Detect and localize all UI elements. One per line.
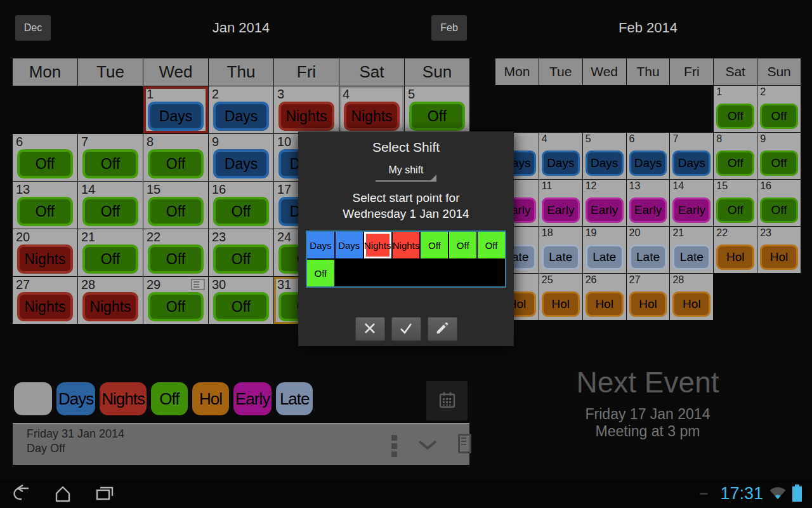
- pattern-chip-days[interactable]: Days: [307, 232, 334, 258]
- day-number: 15: [147, 182, 160, 197]
- calendar-cell-day-14[interactable]: 14Off: [78, 182, 143, 229]
- day-number: 21: [672, 227, 684, 239]
- dialog-buttons: [298, 317, 514, 341]
- calendar-cell-day-3[interactable]: 3Nights: [274, 86, 339, 133]
- legend-chip-hol[interactable]: Hol: [192, 382, 229, 415]
- shift-chip-off: Off: [760, 197, 798, 223]
- day-number: 8: [716, 133, 722, 145]
- shift-chip-nights: Nights: [278, 102, 334, 131]
- pattern-chip-nights[interactable]: Nights: [364, 232, 391, 258]
- calendar-cell-day-25[interactable]: 25Hol: [539, 274, 582, 320]
- calendar-cell-day-15[interactable]: 15Off: [714, 180, 757, 226]
- shift-chip-off: Off: [82, 197, 138, 226]
- next-month-button[interactable]: Feb: [431, 15, 467, 41]
- legend-chip-off[interactable]: Off: [151, 382, 188, 415]
- calendar-cell-day-15[interactable]: 15Off: [143, 182, 208, 229]
- calendar-cell-day-16[interactable]: 16Off: [209, 182, 273, 229]
- jan-month-title: Jan 2014: [13, 20, 469, 36]
- calendar-cell-day-20[interactable]: 20Late: [627, 227, 670, 273]
- calendar-cell-day-4[interactable]: 4Days: [539, 133, 582, 179]
- calendar-cell-day-1[interactable]: 1Off: [714, 86, 757, 132]
- legend-chip-blank[interactable]: [14, 382, 52, 415]
- day-number: 8: [147, 135, 154, 149]
- calendar-cell-day-2[interactable]: 2Off: [757, 86, 801, 132]
- calendar-cell-day-23[interactable]: 23Off: [209, 229, 273, 276]
- calendar-cell-day-7[interactable]: 7Off: [78, 134, 143, 181]
- day-number: 23: [212, 230, 226, 244]
- cancel-button[interactable]: [355, 317, 385, 341]
- home-icon[interactable]: [52, 479, 74, 508]
- confirm-button[interactable]: [391, 317, 421, 341]
- calendar-cell-day-11[interactable]: 11Early: [539, 180, 582, 226]
- pattern-chip-nights[interactable]: Nights: [393, 232, 420, 258]
- day-number: 3: [277, 87, 284, 102]
- legend-chip-nights[interactable]: Nights: [100, 382, 147, 415]
- calendar-cell-day-20[interactable]: 20Nights: [13, 229, 77, 276]
- calendar-cell-day-30[interactable]: 30Off: [209, 277, 273, 324]
- shift-chip-late: Late: [672, 244, 710, 270]
- calendar-cell-day-21[interactable]: 21Late: [670, 227, 713, 273]
- shift-pattern-spinner[interactable]: My shift: [376, 163, 436, 182]
- shift-chip-off: Off: [213, 244, 269, 274]
- pattern-chip-off[interactable]: Off: [478, 232, 505, 258]
- edit-button[interactable]: [428, 317, 457, 341]
- calendar-cell-day-19[interactable]: 19Late: [583, 227, 626, 273]
- calendar-cell-day-13[interactable]: 13Off: [13, 182, 77, 229]
- calendar-cell-day-9[interactable]: 9Days: [209, 134, 273, 181]
- calendar-cell-day-21[interactable]: 21Off: [78, 229, 143, 276]
- chevron-down-icon[interactable]: [417, 439, 438, 453]
- shift-chip-hol: Hol: [672, 291, 710, 317]
- selected-day-event-bar[interactable]: Friday 31 Jan 2014 Day Off: [13, 423, 469, 465]
- calendar-cell-day-28[interactable]: 28Hol: [670, 274, 713, 320]
- calendar-cell-day-16[interactable]: 16Off: [757, 180, 801, 226]
- day-number: 22: [716, 227, 728, 239]
- calendar-cell-day-1[interactable]: 1Days: [143, 86, 208, 133]
- pattern-chip-off[interactable]: Off: [421, 232, 448, 258]
- calendar-cell-day-9[interactable]: 9Off: [757, 133, 801, 179]
- calendar-cell-day-28[interactable]: 28Nights: [78, 277, 143, 324]
- calendar-cell-day-23[interactable]: 23Hol: [757, 227, 801, 273]
- calendar-cell-day-27[interactable]: 27Hol: [627, 274, 670, 320]
- calendar-cell-day-4[interactable]: 4Nights: [339, 86, 404, 133]
- calendar-cell-day-8[interactable]: 8Off: [143, 134, 208, 181]
- calendar-cell-day-22[interactable]: 22Off: [143, 229, 208, 276]
- legend-chip-late[interactable]: Late: [276, 382, 313, 415]
- shift-chip-off: Off: [148, 244, 204, 274]
- back-icon[interactable]: [11, 479, 33, 508]
- next-event-panel: Next Event Friday 17 Jan 2014 Meeting at…: [495, 365, 801, 440]
- calendar-picker-button[interactable]: [426, 381, 468, 420]
- day-number: 20: [629, 227, 641, 239]
- day-number: 9: [212, 135, 219, 149]
- calendar-cell-day-5[interactable]: 5Days: [583, 133, 626, 179]
- calendar-cell-day-27[interactable]: 27Nights: [13, 277, 77, 324]
- recents-icon[interactable]: [94, 479, 115, 508]
- calendar-cell-day-6[interactable]: 6Off: [13, 134, 77, 181]
- pattern-chip-off[interactable]: Off: [307, 260, 334, 286]
- shift-chip-early: Early: [672, 197, 710, 223]
- day-number: 4: [343, 87, 350, 102]
- calendar-cell-day-29[interactable]: 29Off: [143, 277, 208, 324]
- calendar-cell-day-14[interactable]: 14Early: [670, 180, 713, 226]
- overflow-dots-icon[interactable]: [391, 435, 397, 460]
- calendar-cell-day-18[interactable]: 18Late: [539, 227, 582, 273]
- pattern-chip-days[interactable]: Days: [336, 232, 363, 258]
- calendar-cell-day-2[interactable]: 2Days: [209, 86, 273, 133]
- calendar-cell-day-22[interactable]: 22Hol: [714, 227, 757, 273]
- legend-chip-days[interactable]: Days: [56, 382, 95, 415]
- calendar-icon: [437, 390, 457, 412]
- day-number: 27: [629, 274, 641, 286]
- calendar-cell-day-6[interactable]: 6Days: [627, 133, 670, 179]
- calendar-cell-day-7[interactable]: 7Days: [670, 133, 713, 179]
- empty-cell: [539, 86, 582, 132]
- day-number: 22: [147, 230, 160, 244]
- calendar-cell-day-5[interactable]: 5Off: [405, 86, 469, 133]
- calendar-cell-day-12[interactable]: 12Early: [583, 180, 626, 226]
- calendar-cell-day-8[interactable]: 8Off: [714, 133, 757, 179]
- legend-chip-early[interactable]: Early: [233, 382, 272, 415]
- pattern-chip-off[interactable]: Off: [449, 232, 476, 258]
- note-doc-icon[interactable]: [458, 434, 471, 453]
- shift-chip-off: Off: [213, 292, 269, 321]
- day-number: 25: [542, 274, 553, 286]
- calendar-cell-day-13[interactable]: 13Early: [627, 180, 670, 226]
- calendar-cell-day-26[interactable]: 26Hol: [583, 274, 626, 320]
